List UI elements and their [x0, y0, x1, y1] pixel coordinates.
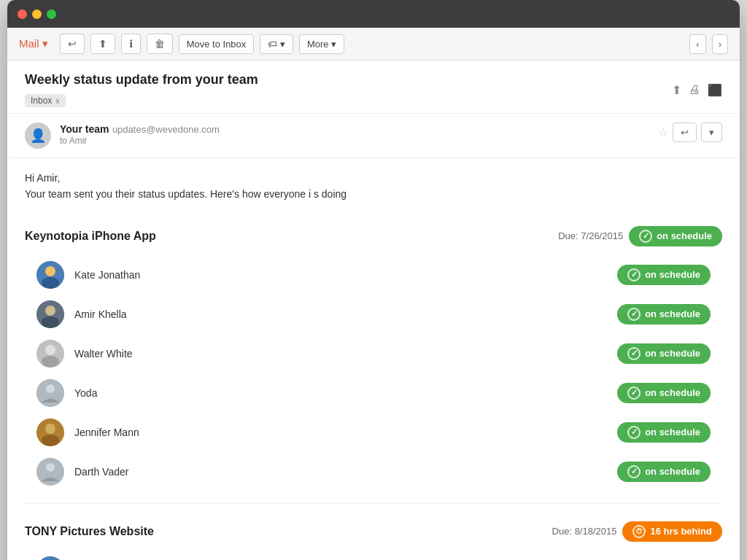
check-icon: ✓	[627, 465, 640, 478]
status-label: on schedule	[645, 348, 700, 359]
sender-avatar: 👤	[25, 122, 51, 149]
prev-email-button[interactable]: ‹	[689, 34, 705, 54]
avatar	[36, 419, 64, 446]
email-greeting: Hi Amir,	[25, 170, 722, 186]
project-section-1: Keynotopia iPhone App Due: 7/26/2015 ✓ o…	[7, 214, 740, 497]
avatar	[36, 458, 64, 486]
svg-point-10	[46, 384, 55, 393]
table-row: Amir Khella ✓ on schedule	[25, 295, 722, 334]
inbox-tag: Inbox x	[25, 94, 66, 107]
email-header-actions: ⬆ 🖨 ⬛	[672, 83, 722, 97]
archive-button[interactable]: ⬆	[90, 34, 115, 54]
check-icon: ✓	[627, 308, 640, 321]
tag-label: Inbox	[31, 96, 52, 106]
mail-button[interactable]: Mail ▾	[19, 37, 48, 50]
project-title-1: Keynotopia iPhone App	[25, 230, 156, 243]
toolbar: Mail ▾ ↩ ⬆ ℹ 🗑 Move to Inbox 🏷 ▾ More ▾ …	[7, 28, 740, 61]
check-icon: ✓	[627, 426, 640, 439]
svg-point-4	[45, 306, 55, 316]
status-label: on schedule	[645, 269, 700, 280]
close-dot[interactable]	[18, 9, 27, 19]
next-email-button[interactable]: ›	[712, 34, 728, 54]
member-name: Kate Jonathan	[74, 269, 607, 281]
svg-point-8	[42, 356, 59, 368]
table-row: Kate Jonathan 📄 ⏱ 9 hrs behind	[25, 551, 722, 560]
svg-point-7	[45, 345, 55, 355]
clock-icon-2: ⏱	[632, 525, 646, 538]
status-label: on schedule	[645, 466, 700, 477]
table-row: Jennifer Mann ✓ on schedule	[25, 413, 722, 452]
member-status: ✓ on schedule	[617, 265, 711, 285]
email-body-text: Your team sent you their status updates.…	[25, 186, 722, 202]
project-status-label-1: on schedule	[657, 230, 712, 241]
email-content: Weekly status update from your team Inbo…	[7, 61, 740, 560]
info-button[interactable]: ℹ	[121, 34, 141, 54]
reply-meta-button[interactable]: ↩	[673, 122, 697, 142]
sender-info: Your team updates@wevedone.com to Amir	[60, 122, 649, 146]
email-header: Weekly status update from your team Inbo…	[7, 61, 740, 114]
table-row: Kate Jonathan ✓ on schedule	[25, 255, 722, 295]
more-button[interactable]: More ▾	[299, 34, 344, 54]
project-title-2: TONY Pictures Website	[25, 525, 154, 538]
email-tags: Inbox x	[25, 93, 258, 107]
table-row: Walter White ✓ on schedule	[25, 334, 722, 373]
table-row: Yoda ✓ on schedule	[25, 373, 722, 413]
status-label: on schedule	[645, 427, 700, 438]
sender-email: updates@wevedone.com	[112, 124, 220, 135]
expand-icon[interactable]: ⬛	[708, 83, 722, 97]
print-icon[interactable]: 🖨	[689, 83, 700, 96]
check-icon: ✓	[627, 386, 640, 400]
svg-point-5	[42, 316, 59, 328]
avatar-icon: 👤	[30, 128, 46, 144]
main-window: Mail ▾ ↩ ⬆ ℹ 🗑 Move to Inbox 🏷 ▾ More ▾ …	[7, 0, 740, 560]
status-badge: ✓ on schedule	[617, 462, 711, 482]
check-icon-1: ✓	[639, 230, 652, 243]
email-header-row: Weekly status update from your team Inbo…	[25, 72, 722, 107]
table-row: Darth Vader ✓ on schedule	[25, 452, 722, 491]
email-meta: 👤 Your team updates@wevedone.com to Amir…	[7, 114, 740, 158]
svg-point-1	[45, 266, 55, 276]
member-name: Amir Khella	[74, 308, 607, 320]
move-to-inbox-button[interactable]: Move to Inbox	[179, 34, 255, 54]
upload-icon[interactable]: ⬆	[672, 83, 681, 97]
member-name: Jennifer Mann	[74, 427, 607, 438]
project-status-label-2: 16 hrs behind	[650, 526, 712, 537]
project-due-1: Due: 7/26/2015 ✓ on schedule	[558, 226, 722, 246]
more-meta-button[interactable]: ▾	[701, 122, 722, 142]
project-header-1: Keynotopia iPhone App Due: 7/26/2015 ✓ o…	[25, 226, 722, 246]
project-due-label-1: Due: 7/26/2015	[558, 230, 623, 241]
check-icon: ✓	[627, 268, 640, 281]
project-section-2: TONY Pictures Website Due: 8/18/2015 ⏱ 1…	[7, 510, 740, 560]
status-label: on schedule	[645, 387, 700, 398]
project-header-2: TONY Pictures Website Due: 8/18/2015 ⏱ 1…	[25, 521, 722, 542]
svg-point-12	[45, 424, 55, 434]
status-badge: ✓ on schedule	[617, 265, 711, 285]
member-status: ✓ on schedule	[617, 462, 711, 482]
email-body: Hi Amir, Your team sent you their status…	[7, 158, 740, 214]
member-list-2: Kate Jonathan 📄 ⏱ 9 hrs behind Amir Khel…	[25, 551, 722, 560]
fullscreen-dot[interactable]	[47, 9, 56, 19]
window-controls	[18, 9, 56, 19]
member-name: Walter White	[74, 348, 607, 359]
avatar	[36, 556, 64, 560]
delete-button[interactable]: 🗑	[147, 34, 173, 54]
member-status: ✓ on schedule	[617, 422, 711, 443]
project-status-2: ⏱ 16 hrs behind	[622, 521, 722, 542]
sender-to: to Amir	[60, 136, 649, 146]
avatar	[36, 379, 64, 407]
svg-point-16	[36, 556, 64, 560]
email-subject-area: Weekly status update from your team Inbo…	[25, 72, 258, 107]
tag-remove[interactable]: x	[55, 96, 60, 105]
tags-button[interactable]: 🏷 ▾	[260, 34, 293, 54]
member-status: ✓ on schedule	[617, 383, 711, 403]
member-status: ✓ on schedule	[617, 304, 711, 324]
minimize-dot[interactable]	[32, 9, 42, 19]
avatar	[36, 261, 64, 289]
status-badge: ✓ on schedule	[617, 343, 711, 364]
reply-button[interactable]: ↩	[60, 34, 85, 54]
member-status: ✓ on schedule	[617, 343, 711, 364]
member-name: Yoda	[74, 387, 607, 399]
status-badge: ✓ on schedule	[617, 304, 711, 324]
avatar	[36, 340, 64, 368]
star-icon[interactable]: ☆	[658, 125, 668, 139]
